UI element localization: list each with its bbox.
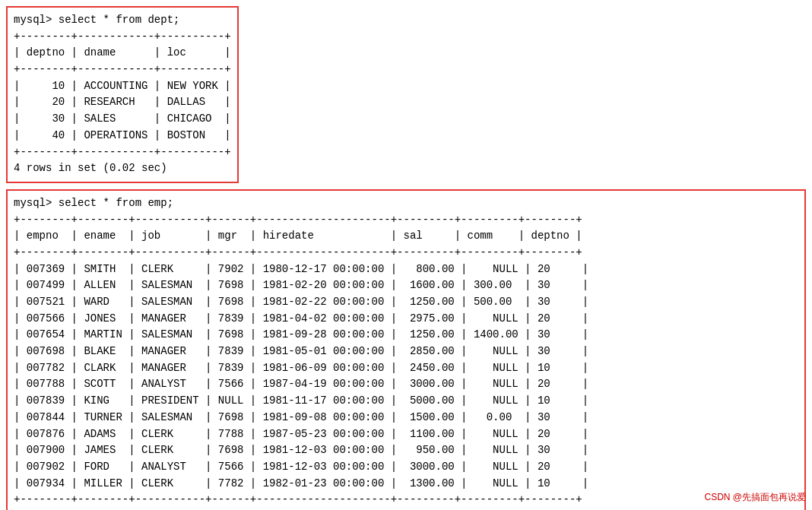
dept-table: +--------+------------+----------+ | dep…	[14, 29, 231, 161]
emp-table: +--------+--------+-----------+------+--…	[14, 212, 798, 508]
dept-query-block: mysql> select * from dept; +--------+---…	[6, 6, 239, 183]
dept-prompt: mysql> select * from dept;	[14, 12, 231, 29]
emp-prompt: mysql> select * from emp;	[14, 195, 798, 212]
dept-rows-info: 4 rows in set (0.02 sec)	[14, 160, 231, 177]
watermark-label: CSDN @先搞面包再说爱	[704, 491, 806, 504]
emp-query-block: mysql> select * from emp; +--------+----…	[6, 189, 806, 510]
